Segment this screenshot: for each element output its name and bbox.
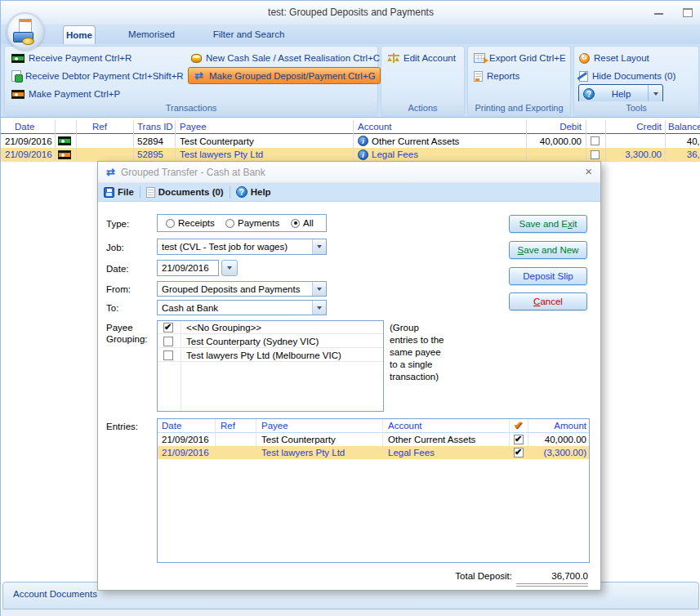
receive-payment-label: Receive Payment Ctrl+R (29, 53, 132, 63)
col-header-date[interactable]: Date (15, 120, 34, 133)
grouping-item-test-lawyers[interactable]: Test lawyers Pty Ltd (Melbourne VIC) (158, 349, 383, 362)
save-and-exit-button[interactable]: Save and Exit (509, 215, 587, 233)
make-payment-button[interactable]: Make Payment Ctrl+P (11, 87, 120, 101)
checkbox-checked[interactable] (514, 435, 524, 444)
cancel-button[interactable]: Cancel (509, 292, 587, 310)
menu-documents[interactable]: Documents (0) (146, 187, 224, 198)
job-value: test (CVL - Test job for wages) (162, 242, 288, 252)
total-deposit-value: 36,700.0 (515, 571, 588, 581)
to-value: Cash at Bank (162, 303, 218, 313)
title-bar: test: Grouped Deposits and Payments (1, 1, 700, 25)
col-header-ref[interactable]: Ref (92, 120, 107, 133)
chevron-down-icon[interactable] (312, 301, 326, 315)
radio-payments[interactable]: Payments (225, 218, 279, 228)
type-radio-group: Receipts Payments All (157, 214, 327, 232)
deposit-slip-button[interactable]: Deposit Slip (509, 267, 587, 285)
menu-file[interactable]: File (104, 187, 134, 198)
date-value: 21/09/2016 (162, 263, 209, 273)
menu-help[interactable]: Help (236, 186, 271, 198)
minimize-button[interactable] (654, 13, 663, 15)
receive-debtor-payment-label: Receive Debtor Payment Ctrl+Shift+R (25, 71, 184, 81)
entries-row-1[interactable]: 21/09/2016 Test Counterparty Other Curre… (158, 433, 589, 446)
grouping-item-test-counterparty[interactable]: Test Counterparty (Sydney VIC) (158, 335, 383, 348)
group-label-tools: Tools (574, 101, 698, 115)
checkbox-checked[interactable] (514, 448, 524, 458)
maximize-button[interactable] (683, 8, 693, 17)
cell-trans-id: 52894 (137, 135, 163, 148)
tab-home[interactable]: Home (63, 25, 96, 44)
entries-col-date[interactable]: Date (162, 419, 181, 432)
edit-account-button[interactable]: Edit Account (387, 51, 456, 65)
app-menu-orb[interactable] (7, 12, 44, 50)
checkbox-checked[interactable] (163, 323, 173, 333)
radio-payments-label: Payments (238, 218, 279, 228)
job-dropdown[interactable]: test (CVL - Test job for wages) (157, 239, 327, 255)
entries-col-payee[interactable]: Payee (261, 419, 288, 432)
payee-grouping-label: Payee (106, 323, 133, 333)
radio-all-selected[interactable]: All (291, 218, 314, 228)
payee-grouping-label-2: Grouping: (106, 334, 148, 344)
from-dropdown[interactable]: Grouped Deposits and Payments (157, 281, 327, 297)
grouping-item-no-grouping[interactable]: <<No Grouping>> (158, 321, 383, 334)
date-field[interactable]: 21/09/2016 (157, 260, 219, 276)
chevron-down-icon[interactable] (312, 282, 326, 296)
col-header-debit[interactable]: Debit (528, 120, 582, 133)
group-label-actions: Actions (381, 101, 464, 115)
date-picker-button[interactable] (221, 260, 238, 276)
document-pen-icon (579, 71, 588, 82)
grid-header-row: Date Ref Trans ID Payee Account Debit Cr… (1, 120, 700, 134)
col-header-credit[interactable]: Credit (607, 120, 662, 133)
checkbox-unchecked[interactable] (163, 337, 173, 346)
hide-documents-button[interactable]: Hide Documents (0) (579, 69, 675, 83)
grid-row-1[interactable]: 21/09/2016 52894 Test Counterparty Other… (1, 135, 700, 148)
radio-receipts[interactable]: Receipts (166, 218, 215, 228)
row-checkbox[interactable] (591, 150, 600, 159)
tab-memorised-transactions[interactable]: Memorised Transactions (100, 25, 203, 44)
payee-grouping-list: <<No Grouping>> Test Counterparty (Sydne… (157, 320, 384, 412)
new-cash-sale-button[interactable]: New Cash Sale / Asset Realisation Ctrl+C (191, 51, 380, 65)
tab-filter-and-search[interactable]: Filter and Search (210, 25, 288, 44)
make-grouped-deposit-button[interactable]: Make Grouped Deposit/Payment Ctrl+G (188, 67, 381, 84)
grid-row-2-selected[interactable]: 21/09/2016 52895 Test lawyers Pty Ltd Le… (1, 148, 700, 162)
col-header-payee[interactable]: Payee (180, 120, 207, 133)
cell-date: 21/09/2016 (5, 148, 52, 161)
help-icon (236, 186, 247, 198)
cell-credit: 3,300.00 (607, 148, 662, 161)
total-deposit-label: Total Deposit: (408, 571, 512, 581)
transfer-arrows-icon (105, 167, 117, 178)
cell-payee: Test lawyers Pty Ltd (261, 446, 345, 459)
receive-debtor-payment-button[interactable]: Receive Debtor Payment Ctrl+Shift+R (11, 69, 184, 83)
receive-payment-button[interactable]: Receive Payment Ctrl+R (11, 51, 132, 65)
col-header-balance[interactable]: Balance (668, 120, 700, 133)
row-checkbox[interactable] (591, 136, 600, 145)
help-dropdown-arrow[interactable] (649, 92, 662, 96)
export-grid-button[interactable]: Export Grid Ctrl+E (474, 51, 566, 65)
entries-col-account[interactable]: Account (388, 419, 422, 432)
divider (665, 120, 666, 162)
cell-account: Other Current Assets (388, 433, 475, 446)
scales-icon (387, 53, 399, 64)
chevron-down-icon[interactable] (312, 239, 326, 254)
cell-trans-id: 52895 (137, 148, 163, 161)
save-and-new-button[interactable]: Save and New (509, 241, 587, 259)
divider (1, 117, 700, 118)
grouping-note: (Group entries to the same payee to a si… (390, 322, 445, 383)
cell-date: 21/09/2016 (5, 135, 52, 148)
export-grid-icon (474, 53, 485, 63)
entries-col-amount[interactable]: Amount (529, 419, 586, 432)
col-header-trans-id[interactable]: Trans ID (137, 120, 173, 133)
checkbox-unchecked[interactable] (163, 350, 173, 360)
divider (175, 120, 176, 162)
close-icon[interactable]: × (585, 165, 592, 178)
entries-row-2-selected[interactable]: 21/09/2016 Test lawyers Pty Ltd Legal Fe… (158, 446, 589, 459)
cell-date: 21/09/2016 (162, 446, 209, 459)
entries-col-ref[interactable]: Ref (221, 419, 235, 432)
divider (353, 120, 354, 162)
radio-all-label: All (303, 218, 314, 228)
cell-account: Other Current Assets (372, 135, 459, 148)
ribbon-group-printing: Export Grid Ctrl+E Reports Printing and … (467, 46, 571, 116)
reset-layout-button[interactable]: Reset Layout (579, 51, 649, 65)
col-header-account[interactable]: Account (358, 120, 392, 133)
reports-button[interactable]: Reports (474, 69, 519, 83)
to-dropdown[interactable]: Cash at Bank (157, 300, 327, 315)
